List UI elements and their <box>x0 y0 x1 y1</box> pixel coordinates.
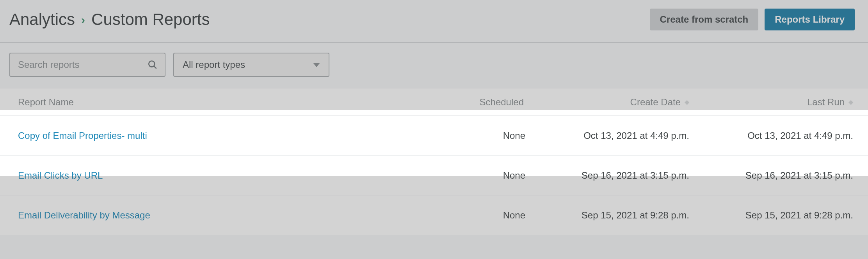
cell-last-run: Oct 13, 2021 at 4:49 p.m. <box>689 130 853 141</box>
cell-scheduled: None <box>416 130 525 141</box>
report-link[interactable]: Email Clicks by URL <box>18 170 416 181</box>
report-type-select[interactable]: All report types <box>173 53 329 77</box>
col-create-date[interactable]: Create Date ◆ <box>525 97 689 108</box>
svg-point-0 <box>149 61 155 67</box>
table-row[interactable]: Email Clicks by URL None Sep 16, 2021 at… <box>0 156 868 195</box>
reports-table: Report Name Scheduled Create Date ◆ Last… <box>0 89 868 235</box>
cell-last-run: Sep 16, 2021 at 3:15 p.m. <box>689 170 853 181</box>
report-link[interactable]: Email Deliverability by Message <box>18 210 416 221</box>
sort-icon: ◆ <box>685 98 689 106</box>
search-icon <box>148 60 158 70</box>
search-input[interactable] <box>10 59 148 70</box>
caret-down-icon <box>313 63 320 67</box>
cell-create-date: Oct 13, 2021 at 4:49 p.m. <box>525 130 689 141</box>
cell-last-run: Sep 15, 2021 at 9:28 p.m. <box>689 210 853 221</box>
cell-scheduled: None <box>416 210 525 221</box>
search-input-wrap[interactable] <box>9 53 165 77</box>
create-from-scratch-button[interactable]: Create from scratch <box>650 9 759 30</box>
chevron-right-icon: › <box>81 13 85 27</box>
cell-scheduled: None <box>416 170 525 181</box>
table-row[interactable]: Copy of Email Properties- multi None Oct… <box>0 116 868 156</box>
cell-create-date: Sep 15, 2021 at 9:28 p.m. <box>525 210 689 221</box>
col-report-name[interactable]: Report Name <box>18 97 416 108</box>
table-row[interactable]: Email Deliverability by Message None Sep… <box>0 195 868 235</box>
col-create-date-label: Create Date <box>630 97 681 108</box>
cell-create-date: Sep 16, 2021 at 3:15 p.m. <box>525 170 689 181</box>
col-scheduled[interactable]: Scheduled <box>416 97 525 108</box>
svg-line-1 <box>154 66 157 69</box>
page-header: Analytics › Custom Reports Create from s… <box>0 0 868 42</box>
breadcrumb: Analytics › Custom Reports <box>9 10 210 29</box>
sort-icon: ◆ <box>848 98 853 106</box>
report-link[interactable]: Copy of Email Properties- multi <box>18 130 416 141</box>
filters-row: All report types <box>0 43 868 89</box>
col-last-run-label: Last Run <box>807 97 845 108</box>
header-actions: Create from scratch Reports Library <box>650 9 855 30</box>
table-header: Report Name Scheduled Create Date ◆ Last… <box>0 89 868 116</box>
breadcrumb-root[interactable]: Analytics <box>9 10 75 29</box>
reports-library-button[interactable]: Reports Library <box>765 9 855 30</box>
col-last-run[interactable]: Last Run ◆ <box>689 97 853 108</box>
report-type-label: All report types <box>183 59 245 70</box>
breadcrumb-current: Custom Reports <box>91 10 210 29</box>
